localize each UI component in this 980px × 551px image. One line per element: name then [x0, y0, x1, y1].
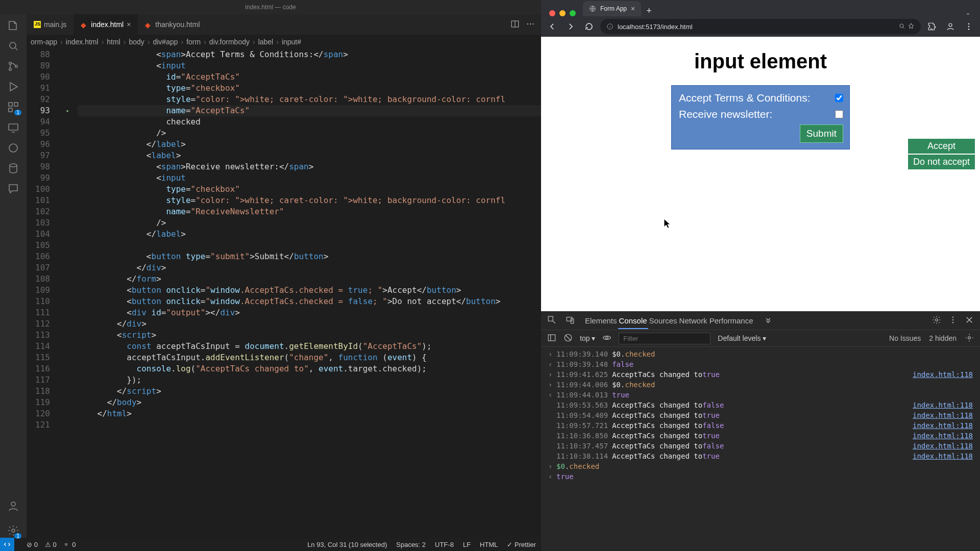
levels-selector[interactable]: Default levels ▾: [718, 334, 766, 342]
accept-button[interactable]: Accept: [908, 139, 975, 154]
prettier-status[interactable]: ✓ Prettier: [507, 541, 536, 548]
source-link[interactable]: index.html:118: [913, 421, 973, 430]
source-link[interactable]: index.html:118: [913, 432, 973, 440]
menu-button[interactable]: [962, 19, 976, 34]
expand-icon[interactable]: ⌄: [960, 9, 976, 16]
devtools-tab-performance[interactable]: Performance: [708, 313, 754, 328]
window-minimize[interactable]: [559, 10, 566, 16]
activity-bar: 1 1: [0, 14, 27, 538]
source-link[interactable]: index.html:118: [913, 442, 973, 450]
editor-tab[interactable]: ◆thankyou.html: [138, 14, 207, 35]
console-toolbar: top ▾ Default levels ▾ No Issues 2 hidde…: [541, 330, 980, 347]
page-heading: input element: [541, 50, 980, 73]
back-button[interactable]: [545, 19, 559, 34]
settings-gear-icon[interactable]: 1: [6, 523, 20, 538]
devtools-tab-elements[interactable]: Elements: [584, 313, 618, 328]
breadcrumb-item[interactable]: body: [129, 38, 144, 46]
database-icon[interactable]: [6, 161, 20, 176]
profile-button[interactable]: [943, 19, 958, 34]
console-settings-icon[interactable]: [965, 333, 974, 344]
window-close[interactable]: [549, 10, 555, 16]
account-icon[interactable]: [6, 499, 20, 513]
address-bar[interactable]: localhost:5173/index.html: [600, 19, 921, 34]
warnings-count[interactable]: ⚠ 0: [45, 541, 57, 548]
breadcrumbs[interactable]: orm-app›index.html›html›body›div#app›for…: [27, 35, 541, 49]
explorer-icon[interactable]: [6, 18, 20, 33]
language-mode[interactable]: HTML: [480, 541, 498, 548]
devtools-settings-icon[interactable]: [932, 315, 941, 326]
svg-point-11: [12, 529, 15, 532]
remote-explorer-icon[interactable]: [6, 120, 20, 135]
source-link[interactable]: index.html:118: [913, 401, 973, 409]
window-zoom[interactable]: [570, 10, 576, 16]
more-icon[interactable]: [526, 19, 535, 30]
bookmark-icon[interactable]: [908, 22, 915, 31]
forward-button[interactable]: [564, 19, 578, 34]
issues-status[interactable]: No Issues: [889, 334, 921, 342]
svg-point-2: [9, 68, 11, 70]
editor-tab[interactable]: JSmain.js: [27, 14, 74, 35]
devtools-close-icon[interactable]: [965, 315, 974, 326]
editor-tab[interactable]: ◆index.html×: [74, 14, 138, 35]
devtools-tab-sources[interactable]: Sources: [648, 313, 678, 328]
copilot-icon[interactable]: [6, 141, 20, 155]
newsletter-checkbox[interactable]: [835, 110, 843, 118]
source-control-icon[interactable]: [6, 59, 20, 73]
code-editor[interactable]: 8889909192939495969798991001011021031041…: [27, 49, 541, 538]
browser-tab[interactable]: Form App ×: [583, 1, 641, 16]
live-expression-icon[interactable]: [602, 333, 611, 344]
extensions-button[interactable]: [925, 19, 939, 34]
zoom-icon[interactable]: [898, 22, 905, 31]
hidden-count[interactable]: 2 hidden: [929, 334, 957, 342]
remote-indicator[interactable]: [0, 538, 14, 551]
context-selector[interactable]: top ▾: [580, 334, 595, 342]
close-icon[interactable]: ×: [127, 20, 131, 29]
breadcrumb-item[interactable]: orm-app: [31, 38, 57, 46]
source-link[interactable]: index.html:118: [913, 411, 973, 419]
eol[interactable]: LF: [463, 541, 471, 548]
svg-rect-7: [9, 124, 18, 130]
more-tabs-icon[interactable]: [764, 315, 773, 326]
reload-button[interactable]: [582, 19, 596, 34]
devtools-tab-network[interactable]: Network: [678, 313, 708, 328]
breadcrumb-item[interactable]: div.formbody: [209, 38, 250, 46]
breadcrumb-item[interactable]: div#app: [153, 38, 178, 46]
svg-rect-30: [548, 335, 555, 341]
inspect-icon[interactable]: [547, 315, 556, 326]
devtools-menu-icon[interactable]: [948, 315, 958, 326]
site-info-icon[interactable]: [606, 23, 614, 30]
breadcrumb-item[interactable]: label: [258, 38, 274, 46]
source-link[interactable]: index.html:118: [913, 370, 973, 379]
search-icon[interactable]: [6, 39, 20, 53]
split-editor-icon[interactable]: [510, 19, 520, 30]
cursor-position[interactable]: Ln 93, Col 31 (10 selected): [307, 541, 387, 548]
run-debug-icon[interactable]: [6, 80, 20, 94]
comments-icon[interactable]: [6, 182, 20, 196]
indent[interactable]: Spaces: 2: [396, 541, 426, 548]
clear-console-icon[interactable]: [564, 333, 573, 344]
filter-input[interactable]: [619, 333, 710, 344]
svg-point-14: [530, 23, 531, 24]
extensions-icon[interactable]: 1: [6, 100, 20, 114]
breadcrumb-item[interactable]: form: [186, 38, 201, 46]
source-link[interactable]: index.html:118: [913, 452, 973, 460]
breadcrumb-item[interactable]: html: [107, 38, 120, 46]
reject-button[interactable]: Do not accept: [908, 155, 975, 169]
devtools-tab-console[interactable]: Console: [618, 313, 648, 329]
accept-checkbox[interactable]: [835, 94, 843, 102]
submit-button[interactable]: Submit: [800, 124, 843, 143]
console-row: ›11:09:41.625AcceptTaCs changed to truei…: [541, 369, 980, 380]
console-row: 11:10:38.114AcceptTaCs changed to truein…: [541, 451, 980, 461]
breadcrumb-item[interactable]: input#: [282, 38, 301, 46]
svg-point-26: [936, 318, 938, 321]
console-output[interactable]: ›11:09:39.140$0.checked‹11:09:39.148fals…: [541, 347, 980, 551]
label-accept: Accept Terms & Conditions:: [679, 92, 811, 104]
close-icon[interactable]: ×: [631, 5, 635, 13]
errors-count[interactable]: ⊘ 0: [27, 541, 38, 548]
ports-count[interactable]: ᯤ 0: [64, 541, 76, 548]
new-tab-button[interactable]: +: [641, 6, 657, 16]
sidebar-toggle-icon[interactable]: [547, 333, 556, 344]
device-icon[interactable]: [566, 315, 575, 326]
breadcrumb-item[interactable]: index.html: [66, 38, 99, 46]
encoding[interactable]: UTF-8: [435, 541, 454, 548]
